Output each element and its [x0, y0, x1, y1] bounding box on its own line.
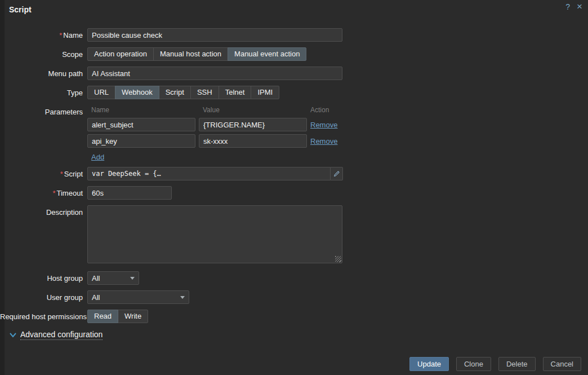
- pencil-icon: [333, 170, 340, 178]
- host-group-select[interactable]: All: [87, 271, 139, 285]
- advanced-configuration-label: Advanced configuration: [20, 330, 103, 340]
- menu-path-label: Menu path: [0, 67, 87, 78]
- host-group-row: Host group All: [0, 271, 588, 285]
- chevron-down-icon: [130, 277, 135, 280]
- scope-row: Scope Action operation Manual host actio…: [0, 47, 588, 61]
- scope-option-action-operation[interactable]: Action operation: [87, 47, 154, 61]
- required-marker: *: [60, 170, 63, 178]
- parameters-col-value: Value: [199, 106, 310, 114]
- type-option-ipmi[interactable]: IPMI: [251, 86, 279, 99]
- description-field: [87, 205, 342, 263]
- parameters-label: Parameters: [0, 105, 87, 116]
- script-edit-button[interactable]: [331, 167, 343, 180]
- resize-handle[interactable]: [335, 256, 341, 262]
- type-option-url[interactable]: URL: [87, 86, 115, 99]
- timeout-row: *Timeout: [0, 186, 588, 200]
- advanced-configuration-toggle[interactable]: Advanced configuration: [0, 330, 588, 340]
- script-label: *Script: [0, 167, 87, 178]
- script-form: *Name Scope Action operation Manual host…: [0, 28, 588, 340]
- script-field: [87, 167, 343, 180]
- type-option-telnet[interactable]: Telnet: [219, 86, 252, 99]
- parameter-value-input[interactable]: [199, 134, 307, 148]
- parameter-remove-link[interactable]: Remove: [310, 121, 337, 129]
- scope-segmented-control: Action operation Manual host action Manu…: [87, 47, 306, 61]
- permissions-option-read[interactable]: Read: [87, 310, 118, 323]
- parameter-row: Remove: [87, 118, 346, 131]
- required-marker: *: [52, 189, 55, 197]
- parameters-table: Name Value Action Remove Remove Add: [87, 105, 346, 161]
- chevron-down-icon: [180, 296, 185, 299]
- chevron-down-icon: [9, 332, 17, 338]
- timeout-label: *Timeout: [0, 186, 87, 197]
- type-label: Type: [0, 86, 87, 97]
- menu-path-row: Menu path: [0, 67, 588, 80]
- script-row: *Script: [0, 167, 588, 180]
- name-input[interactable]: [87, 28, 342, 42]
- host-group-label: Host group: [0, 271, 87, 283]
- type-option-webhook[interactable]: Webhook: [115, 86, 159, 99]
- user-group-select[interactable]: All: [87, 290, 189, 304]
- script-input[interactable]: [87, 167, 331, 180]
- delete-button[interactable]: Delete: [498, 357, 536, 371]
- parameters-row: Parameters Name Value Action Remove Remo…: [0, 105, 588, 161]
- description-label: Description: [0, 205, 87, 217]
- parameter-row: Remove: [87, 134, 346, 148]
- required-marker: *: [59, 31, 62, 39]
- cancel-button[interactable]: Cancel: [543, 357, 581, 371]
- name-row: *Name: [0, 28, 588, 42]
- permissions-row: Required host permissions Read Write: [0, 310, 588, 323]
- parameter-value-input[interactable]: [199, 118, 307, 131]
- parameter-name-input[interactable]: [87, 118, 195, 131]
- user-group-value: All: [92, 293, 100, 302]
- help-icon[interactable]: ?: [565, 2, 570, 12]
- description-row: Description: [0, 205, 588, 263]
- type-row: Type URL Webhook Script SSH Telnet IPMI: [0, 86, 588, 99]
- dialog-footer: Update Clone Delete Cancel: [409, 357, 581, 371]
- update-button[interactable]: Update: [409, 357, 449, 371]
- name-label: *Name: [0, 28, 87, 39]
- parameter-remove-link[interactable]: Remove: [310, 137, 337, 145]
- dialog-title: Script: [9, 5, 32, 14]
- timeout-input[interactable]: [87, 186, 172, 200]
- permissions-segmented-control: Read Write: [87, 310, 148, 323]
- description-textarea[interactable]: [87, 205, 342, 263]
- parameters-col-name: Name: [87, 106, 199, 114]
- type-option-script[interactable]: Script: [159, 86, 191, 99]
- dialog-header-icons: ? ×: [565, 2, 582, 12]
- user-group-label: User group: [0, 290, 87, 302]
- scope-option-manual-host-action[interactable]: Manual host action: [153, 47, 228, 61]
- parameter-name-input[interactable]: [87, 134, 195, 148]
- close-icon[interactable]: ×: [577, 2, 582, 12]
- user-group-row: User group All: [0, 290, 588, 304]
- type-segmented-control: URL Webhook Script SSH Telnet IPMI: [87, 86, 279, 99]
- permissions-option-write[interactable]: Write: [118, 310, 148, 323]
- parameter-add-link[interactable]: Add: [87, 153, 104, 161]
- scope-option-manual-event-action[interactable]: Manual event action: [228, 47, 306, 61]
- type-option-ssh[interactable]: SSH: [190, 86, 219, 99]
- parameters-col-action: Action: [310, 106, 342, 114]
- menu-path-input[interactable]: [87, 67, 342, 80]
- permissions-label: Required host permissions: [0, 310, 87, 321]
- clone-button[interactable]: Clone: [456, 357, 491, 371]
- host-group-value: All: [92, 274, 100, 283]
- scope-label: Scope: [0, 47, 87, 59]
- parameters-header: Name Value Action: [87, 105, 346, 114]
